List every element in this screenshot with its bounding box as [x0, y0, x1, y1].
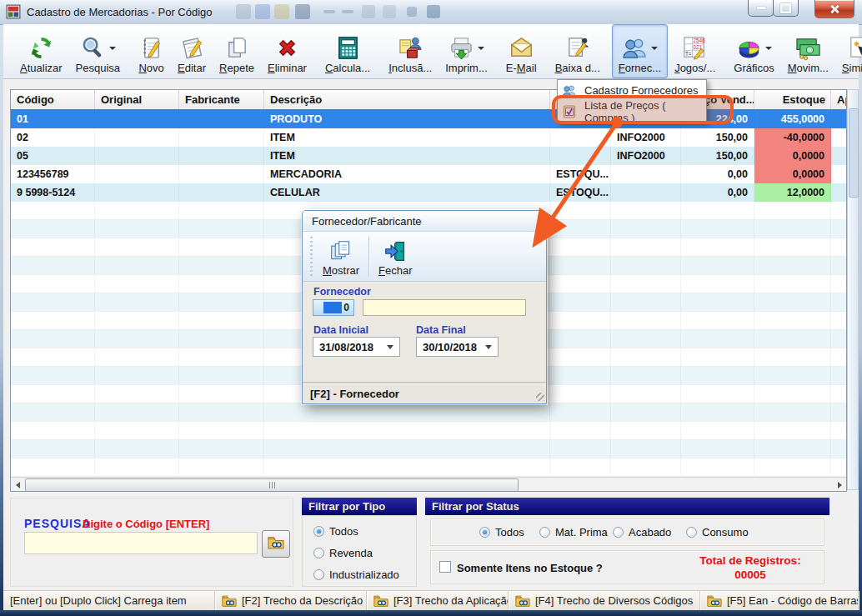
table-cell	[831, 202, 846, 219]
horizontal-scroll-thumb[interactable]	[25, 478, 519, 492]
column-header-fabricante[interactable]: Fabricante	[179, 90, 264, 109]
toolbar-button-atualizar[interactable]: Atualizar	[13, 24, 69, 78]
chevron-down-icon[interactable]	[765, 47, 772, 50]
toolbar-button-movim[interactable]: Movim...	[781, 24, 835, 78]
table-row-empty	[11, 422, 846, 440]
chevron-down-icon[interactable]	[109, 47, 116, 50]
table-row-empty	[11, 440, 846, 458]
codigo-search-input[interactable]	[24, 532, 258, 554]
table-row[interactable]: 01PRODUTO224,00455,0000	[11, 110, 846, 128]
scroll-right-arrow[interactable]	[833, 478, 846, 491]
table-cell	[264, 422, 550, 439]
table-cell	[11, 403, 95, 421]
toolbar-button-e-mail[interactable]: E-Mail	[499, 24, 544, 78]
table-cell	[11, 458, 95, 476]
toolbar-separator	[368, 236, 369, 277]
table-cell: 9 5998-5124	[11, 183, 95, 202]
radio-icon	[613, 527, 624, 538]
chevron-down-icon[interactable]	[478, 47, 484, 50]
chevron-down-icon[interactable]	[387, 345, 393, 349]
table-cell: 12,0000	[754, 183, 831, 202]
radio-mat-prima[interactable]: Mat. Prima	[539, 526, 608, 538]
table-row[interactable]: 02ITEMINFO2000150,00-40,0000	[11, 128, 846, 147]
status-panel-3[interactable]: [F3] Trecho da Aplicação	[367, 591, 509, 610]
table-cell	[831, 165, 846, 183]
table-row[interactable]: 05ITEMINFO2000150,000,0000	[11, 147, 846, 165]
radio-revenda[interactable]: Revenda	[313, 547, 416, 559]
toolbar-button-imprim[interactable]: Imprim...	[439, 24, 494, 78]
table-cell	[754, 238, 831, 256]
toolbar-button-repete[interactable]: Repete	[213, 24, 261, 78]
table-cell	[11, 257, 95, 274]
horizontal-scrollbar[interactable]	[11, 477, 846, 491]
table-row-empty	[11, 458, 846, 477]
table-cell	[550, 422, 611, 439]
somente-itens-checkbox[interactable]	[439, 561, 451, 573]
table-cell	[831, 275, 846, 293]
table-row[interactable]: 9 5998-5124CELULARESTOQU...0,0012,0000	[11, 183, 846, 202]
column-header-estoque[interactable]: Estoque	[754, 90, 831, 109]
maximize-button[interactable]	[773, 0, 799, 17]
minimize-button[interactable]	[748, 0, 774, 17]
scroll-left-arrow[interactable]	[11, 478, 24, 491]
column-header-c-digo[interactable]: Código	[11, 90, 95, 109]
resize-grip-icon[interactable]	[536, 393, 544, 401]
toolbar-button-jogos[interactable]: 2546021T=Jogos/...	[668, 24, 722, 78]
radio-consumo[interactable]: Consumo	[686, 526, 749, 538]
maximize-icon	[780, 3, 791, 13]
toolbar-button-pesquisa[interactable]: Pesquisa	[69, 24, 127, 78]
toolbar-button-editar[interactable]: Editar	[171, 24, 213, 78]
status-panel-4[interactable]: [F4] Trecho de Diversos Códigos	[509, 591, 700, 610]
radio-todos[interactable]: Todos	[479, 526, 524, 538]
table-cell	[179, 128, 264, 147]
chevron-down-icon[interactable]	[485, 345, 492, 349]
table-cell: 0,00	[681, 165, 754, 183]
table-cell	[831, 128, 846, 147]
search-button[interactable]	[262, 530, 290, 558]
toolbar-button-fornec[interactable]: Fornec...	[612, 24, 668, 78]
toolbar-button-calcula[interactable]: Calcula...	[318, 24, 377, 78]
chevron-down-icon[interactable]	[651, 47, 658, 50]
toolbar-button-novo[interactable]: Novo	[132, 24, 171, 78]
table-row[interactable]: 123456789MERCADORIAESTOQU...0,000,0000	[11, 165, 846, 183]
status-panel-5[interactable]: [F5] Ean - Código de Barras	[700, 591, 859, 610]
people-icon	[622, 35, 648, 61]
dialog-title[interactable]: Fornecedor/Fabricante	[303, 211, 546, 232]
data-final-combobox[interactable]: 30/10/2018	[416, 337, 499, 357]
status-radio-box: TodosMat. PrimaAcabadoConsumo	[430, 518, 824, 546]
exit-icon	[383, 239, 408, 263]
table-cell	[754, 202, 831, 219]
toolbar-button-similar[interactable]: Similar	[835, 24, 862, 78]
email-icon	[509, 35, 534, 61]
grid-header[interactable]: CódigoOriginalFabricanteDescriçãoPreço V…	[11, 90, 846, 110]
radio-todos[interactable]: Todos	[313, 525, 416, 538]
column-header-descri-o[interactable]: Descrição	[264, 90, 550, 109]
vertical-scroll-thumb[interactable]	[849, 108, 859, 198]
status-panel-2[interactable]: [F2] Trecho da Descrição	[215, 591, 367, 610]
column-header-original[interactable]: Original	[95, 90, 179, 109]
vertical-scrollbar[interactable]	[847, 89, 859, 490]
close-button[interactable]	[814, 0, 854, 18]
dialog-button-mostrar[interactable]: Mostrar	[316, 232, 366, 281]
menu-item-cadastro-fornecedores[interactable]: Cadastro Fornecedores	[558, 80, 706, 101]
title-bar[interactable]: Cadastro de Mercadorias - Por Código	[0, 0, 862, 25]
radio-industrializado[interactable]: Industrializado	[313, 568, 416, 581]
data-inicial-combobox[interactable]: 31/08/2018	[313, 337, 400, 357]
dialog-button-fechar[interactable]: Fechar	[372, 232, 418, 281]
fornecedor-fabricante-dialog[interactable]: Fornecedor/Fabricante MostrarFechar Forn…	[302, 210, 547, 404]
table-cell	[179, 257, 264, 274]
toolbar-button-eliminar[interactable]: Eliminar	[261, 24, 313, 78]
toolbar-button-inclus[interactable]: Inclusã...	[382, 24, 439, 78]
table-cell	[754, 312, 831, 329]
radio-acabado[interactable]: Acabado	[613, 526, 671, 538]
table-cell	[11, 367, 95, 384]
dialog-toolbar: MostrarFechar	[303, 232, 546, 282]
menu-item-lista-de-pre-os-compras[interactable]: Lista de Preços ( Compras )	[558, 101, 706, 122]
fornecedor-name-input[interactable]	[363, 299, 526, 316]
table-cell	[611, 403, 681, 421]
toolbar-button-gr-ficos[interactable]: Gráficos	[727, 24, 780, 78]
toolbar-button-baixa-d[interactable]: Baixa d...	[549, 24, 607, 78]
column-header-ap[interactable]: Ap	[831, 90, 847, 109]
dialog-toolbar-gripper[interactable]	[310, 237, 313, 276]
fornecedor-code-input[interactable]: 0	[313, 299, 354, 316]
